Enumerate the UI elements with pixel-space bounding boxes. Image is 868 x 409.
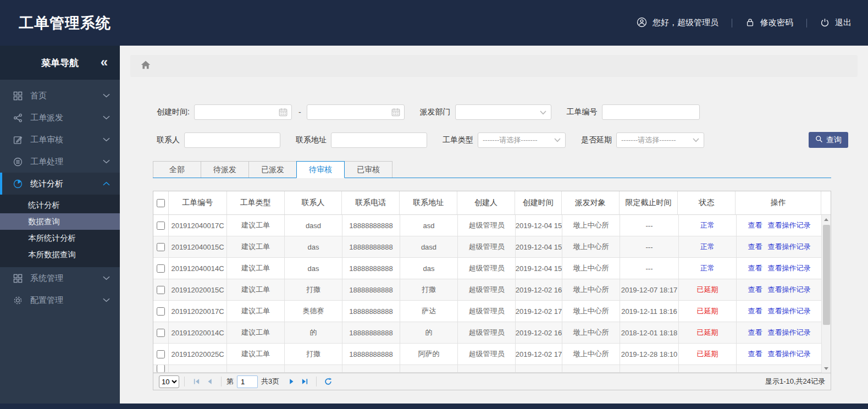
cell-address: asd bbox=[400, 215, 458, 236]
col-contact: 联系人 bbox=[285, 191, 342, 214]
divider bbox=[316, 377, 317, 386]
sidebar-title-bar: 菜单导航 « bbox=[0, 46, 120, 80]
scroll-down-button[interactable] bbox=[822, 364, 831, 373]
tab-all[interactable]: 全部 bbox=[153, 161, 201, 178]
cell-creator: 超级管理员 bbox=[458, 301, 516, 322]
page-number-input[interactable] bbox=[237, 375, 258, 388]
view-link[interactable]: 查看 bbox=[748, 306, 762, 316]
cell-order-type: 建议工单 bbox=[227, 236, 285, 257]
chevron-down-icon bbox=[103, 298, 110, 302]
view-log-link[interactable]: 查看操作记录 bbox=[768, 349, 811, 359]
dispatch-dept-select[interactable] bbox=[455, 104, 551, 120]
row-checkbox[interactable] bbox=[157, 329, 165, 337]
sidebar-item-home[interactable]: 首页 bbox=[0, 85, 120, 107]
user-greeting[interactable]: 您好，超级管理员 bbox=[637, 17, 718, 29]
row-checkbox[interactable] bbox=[157, 243, 165, 251]
prev-page-button[interactable] bbox=[203, 375, 216, 388]
view-log-link[interactable]: 查看操作记录 bbox=[768, 285, 811, 295]
chevron-down-icon bbox=[103, 159, 110, 164]
user-icon bbox=[637, 17, 647, 29]
view-link[interactable]: 查看 bbox=[748, 328, 762, 338]
table-scrollbar[interactable] bbox=[821, 215, 831, 373]
sidebar-item-system[interactable]: 系统管理 bbox=[0, 267, 120, 289]
sidebar-item-review[interactable]: 工单审核 bbox=[0, 129, 120, 151]
table-row: 201912020014C 建议工单 的 18888888888 的 超级管理员… bbox=[153, 322, 822, 344]
row-checkbox[interactable] bbox=[157, 222, 165, 230]
cell-target: 墩上中心所 bbox=[562, 301, 620, 322]
cell-create-time: 2019-12-02 16 bbox=[516, 279, 562, 300]
view-log-link[interactable]: 查看操作记录 bbox=[768, 328, 811, 338]
delay-select[interactable]: -------请选择------- bbox=[616, 132, 704, 148]
view-link[interactable]: 查看 bbox=[748, 220, 762, 230]
row-checkbox[interactable] bbox=[157, 350, 165, 358]
sidebar-item-dispatch[interactable]: 工单派发 bbox=[0, 107, 120, 129]
change-password-button[interactable]: 修改密码 bbox=[745, 18, 793, 29]
sidebar-item-label: 配置管理 bbox=[30, 295, 103, 306]
view-log-link[interactable]: 查看操作记录 bbox=[768, 306, 811, 316]
dispatch-dept-label: 派发部门 bbox=[420, 107, 451, 117]
contact-input[interactable] bbox=[184, 132, 280, 148]
scroll-up-button[interactable] bbox=[822, 215, 831, 224]
tab-pending-review[interactable]: 待审核 bbox=[296, 161, 345, 178]
cell-deadline: --- bbox=[620, 236, 679, 257]
sidebar-item-process[interactable]: 工单处理 bbox=[0, 151, 120, 173]
col-order-no: 工单编号 bbox=[169, 191, 227, 214]
submenu-item-local-data-query[interactable]: 本所数据查询 bbox=[0, 246, 120, 263]
create-time-end-input[interactable] bbox=[307, 104, 405, 120]
collapse-sidebar-icon[interactable]: « bbox=[101, 56, 108, 69]
view-log-link[interactable]: 查看操作记录 bbox=[768, 220, 811, 230]
cell-order-no: 201912020014C bbox=[169, 322, 227, 343]
col-actions: 操作 bbox=[736, 191, 821, 214]
view-link[interactable]: 查看 bbox=[748, 349, 762, 359]
sidebar-item-label: 工单处理 bbox=[30, 157, 103, 167]
col-creator: 创建人 bbox=[457, 191, 515, 214]
view-link[interactable]: 查看 bbox=[748, 242, 762, 252]
refresh-icon[interactable] bbox=[322, 375, 335, 388]
sidebar-item-statistics[interactable]: 统计分析 bbox=[0, 173, 120, 195]
tab-dispatched[interactable]: 已派发 bbox=[248, 161, 297, 178]
row-checkbox[interactable] bbox=[157, 365, 165, 372]
home-icon[interactable] bbox=[140, 59, 151, 73]
select-all-checkbox[interactable] bbox=[157, 199, 165, 207]
status-badge: 已延期 bbox=[679, 322, 737, 343]
cell-creator: 超级管理员 bbox=[458, 236, 516, 257]
divider bbox=[806, 19, 807, 27]
tab-pending-dispatch[interactable]: 待派发 bbox=[201, 161, 249, 178]
scrollbar-thumb[interactable] bbox=[823, 225, 830, 325]
status-badge: 正常 bbox=[679, 258, 737, 279]
view-link[interactable]: 查看 bbox=[748, 263, 762, 273]
chevron-down-icon bbox=[554, 136, 561, 144]
chevron-down-icon bbox=[103, 276, 110, 280]
logout-button[interactable]: 退出 bbox=[820, 18, 852, 29]
table-row: 201912020017C 建议工单 奥德赛 18888888888 萨达 超级… bbox=[153, 301, 822, 322]
first-page-button[interactable] bbox=[190, 375, 203, 388]
address-input[interactable] bbox=[331, 132, 427, 148]
cell-phone: 18888888888 bbox=[342, 236, 400, 257]
next-page-button[interactable] bbox=[285, 375, 298, 388]
view-link[interactable]: 查看 bbox=[748, 285, 762, 295]
share-icon bbox=[13, 113, 23, 123]
row-checkbox[interactable] bbox=[157, 264, 165, 273]
cell-target: 墩上中心所 bbox=[562, 258, 620, 279]
row-checkbox[interactable] bbox=[157, 286, 165, 294]
view-log-link[interactable]: 查看操作记录 bbox=[768, 242, 811, 252]
calendar-icon[interactable] bbox=[391, 107, 401, 119]
page-size-select[interactable]: 10 bbox=[159, 375, 179, 388]
search-button[interactable]: 查询 bbox=[809, 132, 848, 148]
cell-create-time: 2019-12-02 17 bbox=[516, 301, 562, 322]
cell-target: 墩上中心所 bbox=[562, 215, 620, 236]
tab-reviewed[interactable]: 已审核 bbox=[344, 161, 392, 178]
sidebar-item-config[interactable]: 配置管理 bbox=[0, 289, 120, 311]
order-no-input[interactable] bbox=[602, 104, 700, 120]
cell-deadline: 2019-12-11 18:16 bbox=[620, 301, 679, 322]
order-type-select[interactable]: -------请选择------- bbox=[478, 132, 566, 148]
cell-creator: 超级管理员 bbox=[458, 322, 516, 343]
calendar-icon[interactable] bbox=[278, 107, 288, 119]
row-checkbox[interactable] bbox=[157, 307, 165, 316]
create-time-start-input[interactable] bbox=[194, 104, 292, 120]
submenu-item-statistics[interactable]: 统计分析 bbox=[0, 197, 120, 213]
last-page-button[interactable] bbox=[298, 375, 311, 388]
submenu-item-local-statistics[interactable]: 本所统计分析 bbox=[0, 230, 120, 246]
submenu-item-data-query[interactable]: 数据查询 bbox=[0, 213, 120, 230]
view-log-link[interactable]: 查看操作记录 bbox=[768, 263, 811, 273]
